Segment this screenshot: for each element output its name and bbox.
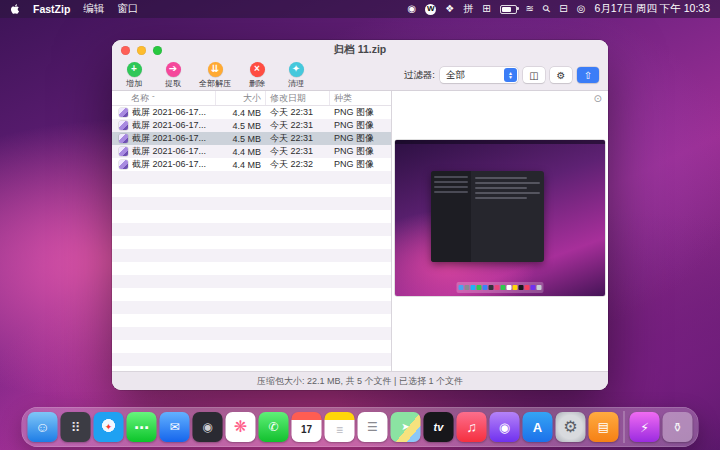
file-date: 今天 22:32 [266,158,330,171]
eye-icon[interactable]: ⊙ [594,93,602,104]
fastzip-lightning-icon: ⚡ [640,421,649,434]
delete-icon: × [250,62,265,77]
file-name: 截屏 2021-06-17... [132,145,216,158]
column-header-date[interactable]: 修改日期 [266,91,330,105]
window-title: 归档 11.zip [334,43,387,57]
file-kind: PNG 图像 [330,132,391,145]
messages-bubble-icon: ⋯ [134,420,149,435]
column-header-kind[interactable]: 种类 [330,91,391,105]
minimize-button[interactable] [137,46,146,55]
screen-mirroring-icon[interactable]: ⊞ [482,4,490,14]
table-row[interactable]: 截屏 2021-06-17... 4.4 MB 今天 22:31 PNG 图像 [112,145,391,158]
menu-edit[interactable]: 编辑 [83,2,104,16]
title-bar[interactable]: 归档 11.zip [112,40,608,60]
app-store-icon: A [533,421,542,434]
menu-bar: FastZip 编辑 窗口 ◉ W ❖ 拼 ⊞ ≋ ⚲ ⊟ ◎ 6月17日 周四… [0,0,720,18]
dock-notes[interactable]: ≡ [325,412,355,442]
png-file-icon [119,147,128,156]
shortcuts-icon[interactable]: ❖ [445,4,454,14]
dock-photos[interactable]: ❋ [226,412,256,442]
file-date: 今天 22:31 [266,145,330,158]
file-name: 截屏 2021-06-17... [132,132,216,145]
close-button[interactable] [121,46,130,55]
dock-mail[interactable]: ✉ [160,412,190,442]
filter-dropdown[interactable]: 全部 ▲▼ [440,67,518,83]
dock-messages[interactable]: ⋯ [127,412,157,442]
toolbar: + 增加 ➔ 提取 ⇊ 全部解压 × 删除 ✦ 清理 过滤器: [112,60,608,91]
dock-books[interactable]: ▤ [589,412,619,442]
dock-maps[interactable]: ➤ [391,412,421,442]
table-row[interactable]: 截屏 2021-06-17... 4.4 MB 今天 22:32 PNG 图像 [112,158,391,171]
dock: ☺ ⠿ ✦ ⋯ ✉ ◉ ❋ ✆ 17 ≡ ☰ ➤ tv ♫ ◉ A ⚙ ▤ ⚡ … [22,407,699,447]
settings-button[interactable]: ⚙ [550,67,572,83]
thumbnail-dock [457,282,544,293]
file-kind: PNG 图像 [330,106,391,119]
dock-launchpad[interactable]: ⠿ [61,412,91,442]
dock-settings[interactable]: ⚙ [556,412,586,442]
mail-envelope-icon: ✉ [169,421,179,433]
table-row[interactable]: 截屏 2021-06-17... 4.5 MB 今天 22:31 PNG 图像 [112,119,391,132]
clean-button[interactable]: ✦ 清理 [283,62,309,89]
status-text: 压缩包大小: 22.1 MB, 共 5 个文件 | 已选择 1 个文件 [257,375,463,388]
settings-gear-icon: ⚙ [563,419,577,435]
input-method-icon[interactable]: 拼 [463,4,473,14]
menu-app-name[interactable]: FastZip [33,3,70,15]
extract-button[interactable]: ➔ 提取 [160,62,186,89]
control-center-icon[interactable]: ⊟ [559,4,567,14]
dock-app-store[interactable]: A [523,412,553,442]
dock-screenshot[interactable]: ◉ [193,412,223,442]
status-bar: 压缩包大小: 22.1 MB, 共 5 个文件 | 已选择 1 个文件 [112,371,608,390]
extract-icon: ➔ [166,62,181,77]
share-icon: ⇧ [584,70,592,81]
dock-tv[interactable]: tv [424,412,454,442]
wikipedia-icon[interactable]: W [425,4,436,15]
podcasts-icon: ◉ [499,421,510,434]
sort-ascending-icon: ˆ [152,94,155,103]
dock-divider [624,411,625,443]
png-file-icon [119,121,128,130]
table-row-selected[interactable]: 截屏 2021-06-17... 4.5 MB 今天 22:31 PNG 图像 [112,132,391,145]
file-size: 4.5 MB [216,121,266,131]
columns-icon: ◫ [529,70,538,81]
extract-all-button[interactable]: ⇊ 全部解压 [199,62,231,89]
recording-icon[interactable]: ◉ [408,4,417,14]
file-date: 今天 22:31 [266,106,330,119]
apple-menu-icon[interactable] [10,3,20,15]
wifi-icon[interactable]: ≋ [526,4,534,14]
share-button[interactable]: ⇧ [577,67,599,83]
menu-window[interactable]: 窗口 [117,2,138,16]
finder-icon: ☺ [35,420,49,434]
file-size: 4.4 MB [216,147,266,157]
dock-music[interactable]: ♫ [457,412,487,442]
file-size: 4.4 MB [216,160,266,170]
notes-lines-icon: ≡ [336,424,343,436]
battery-icon[interactable] [500,5,517,14]
add-button[interactable]: + 增加 [121,62,147,89]
menu-clock[interactable]: 6月17日 周四 下午 10:33 [594,2,710,16]
filter-label: 过滤器: [404,69,435,82]
siri-icon[interactable]: ◎ [577,4,586,14]
file-name: 截屏 2021-06-17... [132,106,216,119]
dock-calendar[interactable]: 17 [292,412,322,442]
view-mode-button[interactable]: ◫ [523,67,545,83]
dock-facetime[interactable]: ✆ [259,412,289,442]
table-row[interactable]: 截屏 2021-06-17... 4.4 MB 今天 22:31 PNG 图像 [112,106,391,119]
column-header-size[interactable]: 大小 [216,91,266,105]
add-label: 增加 [126,78,142,89]
delete-label: 删除 [249,78,265,89]
dock-finder[interactable]: ☺ [28,412,58,442]
dock-podcasts[interactable]: ◉ [490,412,520,442]
column-header-name[interactable]: 名称 ˆ [112,91,216,105]
spotlight-icon[interactable]: ⚲ [541,3,553,15]
file-kind: PNG 图像 [330,158,391,171]
preview-pane: ⊙ [392,91,608,372]
dock-reminders[interactable]: ☰ [358,412,388,442]
dock-fastzip[interactable]: ⚡ [630,412,660,442]
delete-button[interactable]: × 删除 [244,62,270,89]
zoom-button[interactable] [153,46,162,55]
file-kind: PNG 图像 [330,119,391,132]
dock-trash[interactable]: ⚱ [663,412,693,442]
dock-safari[interactable]: ✦ [94,412,124,442]
maps-arrow-icon: ➤ [401,422,409,432]
window-content: 名称 ˆ 大小 修改日期 种类 截屏 2021-06-17... 4.4 MB … [112,91,608,372]
